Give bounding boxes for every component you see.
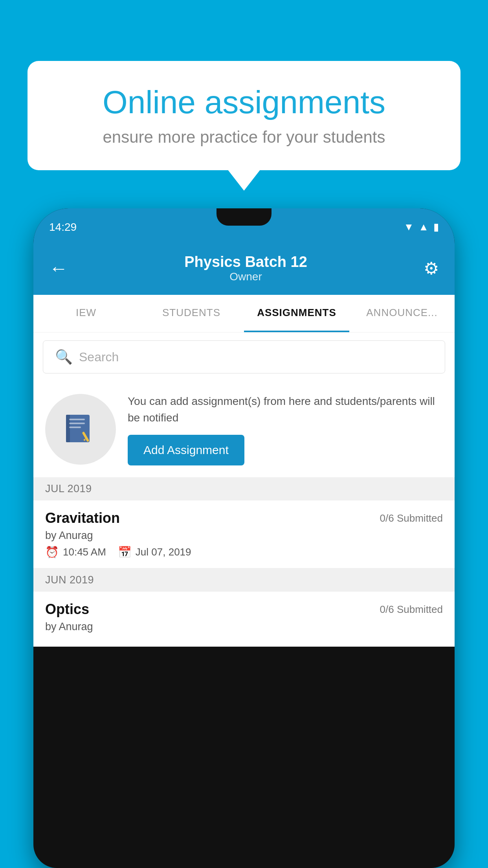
calendar-icon: 📅 [118, 546, 132, 559]
phone-notch [216, 208, 272, 226]
search-container: 🔍 Search [33, 333, 455, 381]
month-divider-jun: JUN 2019 [33, 568, 455, 592]
back-button[interactable]: ← [49, 257, 68, 279]
status-bar: 14:29 ▼ ▲ ▮ [33, 208, 455, 246]
tab-students[interactable]: STUDENTS [139, 295, 244, 332]
assignment-submitted-gravitation: 0/6 Submitted [380, 512, 443, 524]
status-icons: ▼ ▲ ▮ [404, 221, 439, 233]
header-title-block: Physics Batch 12 Owner [68, 254, 424, 283]
batch-subtitle: Owner [68, 270, 424, 283]
assignment-time-gravitation: ⏰ 10:45 AM [45, 546, 106, 559]
status-time: 14:29 [49, 221, 77, 234]
assignment-date-value: Jul 07, 2019 [136, 546, 191, 558]
assignment-row1: Gravitation 0/6 Submitted [45, 510, 443, 526]
assignment-by-optics: by Anurag [45, 621, 443, 633]
assignment-optics[interactable]: Optics 0/6 Submitted by Anurag [33, 592, 455, 647]
bubble-title: Online assignments [55, 85, 433, 120]
assignment-optics-row1: Optics 0/6 Submitted [45, 601, 443, 618]
assignment-time-value: 10:45 AM [63, 546, 106, 558]
assignment-name-optics: Optics [45, 601, 89, 618]
wifi-icon: ▼ [404, 221, 414, 233]
bubble-subtitle: ensure more practice for your students [55, 128, 433, 147]
settings-icon[interactable]: ⚙ [424, 258, 439, 278]
tab-announcements[interactable]: ANNOUNCE... [349, 295, 455, 332]
search-placeholder-text: Search [79, 350, 119, 364]
tab-assignments[interactable]: ASSIGNMENTS [244, 295, 349, 332]
svg-rect-1 [66, 415, 70, 442]
add-assignment-button[interactable]: Add Assignment [128, 435, 244, 465]
tabs-bar: IEW STUDENTS ASSIGNMENTS ANNOUNCE... [33, 295, 455, 333]
clock-icon: ⏰ [45, 546, 59, 559]
batch-title: Physics Batch 12 [68, 254, 424, 270]
search-icon: 🔍 [55, 349, 73, 365]
assignment-by-gravitation: by Anurag [45, 530, 443, 542]
svg-rect-3 [69, 423, 85, 424]
assignment-date-gravitation: 📅 Jul 07, 2019 [118, 546, 191, 559]
search-bar[interactable]: 🔍 Search [43, 340, 445, 373]
assignment-meta-gravitation: ⏰ 10:45 AM 📅 Jul 07, 2019 [45, 546, 443, 559]
battery-icon: ▮ [433, 221, 439, 233]
month-divider-jul: JUL 2019 [33, 477, 455, 500]
svg-rect-2 [69, 419, 85, 420]
app-header: ← Physics Batch 12 Owner ⚙ [33, 246, 455, 295]
tab-iew[interactable]: IEW [33, 295, 139, 332]
speech-bubble: Online assignments ensure more practice … [28, 61, 460, 170]
notebook-svg-icon [63, 412, 98, 447]
info-description: You can add assignment(s) from here and … [128, 393, 443, 426]
svg-rect-4 [69, 427, 81, 428]
phone-screen: 🔍 Search You can add assignment(s) from … [33, 333, 455, 647]
assignment-gravitation[interactable]: Gravitation 0/6 Submitted by Anurag ⏰ 10… [33, 500, 455, 568]
assignment-submitted-optics: 0/6 Submitted [380, 603, 443, 616]
assignment-name-gravitation: Gravitation [45, 510, 120, 526]
info-section: You can add assignment(s) from here and … [33, 381, 455, 477]
info-text-block: You can add assignment(s) from here and … [128, 393, 443, 465]
notebook-icon-circle [45, 394, 116, 465]
phone-frame: 14:29 ▼ ▲ ▮ ← Physics Batch 12 Owner ⚙ I… [33, 208, 455, 868]
speech-bubble-container: Online assignments ensure more practice … [28, 61, 460, 170]
signal-icon: ▲ [418, 221, 429, 233]
